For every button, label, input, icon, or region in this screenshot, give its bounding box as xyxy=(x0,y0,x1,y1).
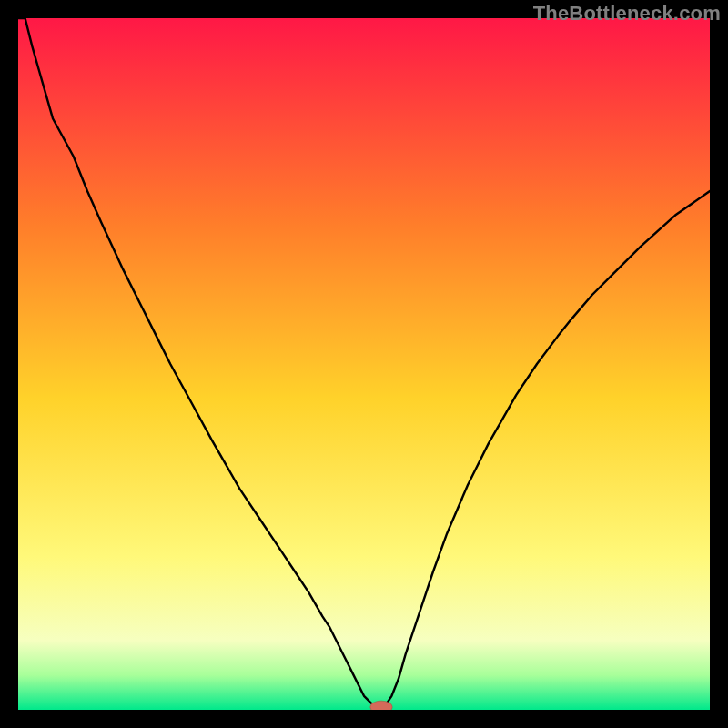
plot-background xyxy=(18,18,710,710)
watermark-label: TheBottleneck.com xyxy=(533,2,721,25)
bottleneck-curve-plot xyxy=(18,18,710,710)
chart-frame: { "watermark": "TheBottleneck.com", "col… xyxy=(0,0,728,728)
